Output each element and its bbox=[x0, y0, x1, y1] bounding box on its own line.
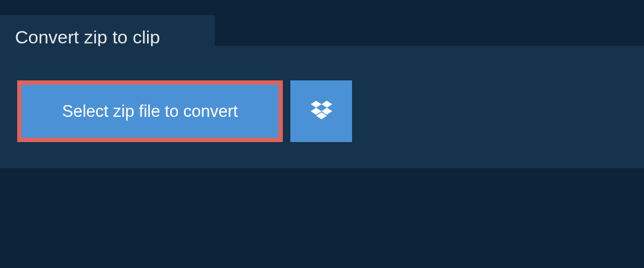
converter-tab-label: Convert zip to clip bbox=[15, 27, 160, 48]
dropbox-icon bbox=[311, 101, 332, 122]
select-file-button[interactable]: Select zip file to convert bbox=[17, 80, 283, 142]
dropbox-button[interactable] bbox=[290, 80, 352, 142]
file-select-group: Select zip file to convert bbox=[17, 80, 352, 142]
select-file-button-label: Select zip file to convert bbox=[62, 102, 238, 121]
